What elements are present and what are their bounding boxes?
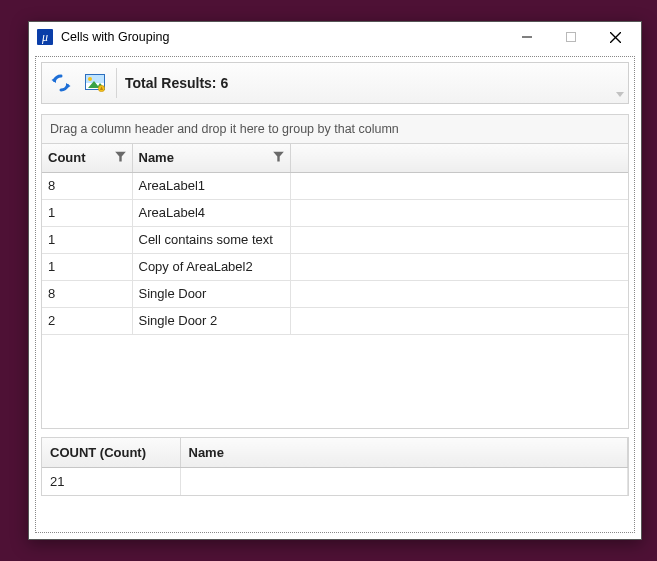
summary-count-value: 21 — [42, 468, 180, 496]
group-by-panel[interactable]: Drag a column header and drop it here to… — [41, 114, 629, 144]
grid-area: Drag a column header and drop it here to… — [41, 109, 629, 527]
window-title: Cells with Grouping — [61, 30, 505, 44]
svg-point-8 — [88, 77, 92, 81]
window-buttons — [505, 23, 637, 51]
minimize-button[interactable] — [505, 23, 549, 51]
summary-table: COUNT (Count) Name 21 — [42, 438, 628, 495]
cell-name[interactable]: Single Door 2 — [132, 307, 290, 334]
svg-marker-13 — [115, 151, 126, 161]
summary-panel: COUNT (Count) Name 21 — [41, 437, 629, 496]
table-row[interactable]: 8 AreaLabel1 — [42, 172, 628, 199]
svg-marker-5 — [66, 83, 71, 89]
toolbar: Total Results: 6 — [41, 62, 629, 104]
summary-header-name[interactable]: Name — [180, 438, 628, 468]
toolbar-separator — [116, 68, 117, 98]
table-row[interactable]: 8 Single Door — [42, 280, 628, 307]
cell-count[interactable]: 1 — [42, 199, 132, 226]
title-bar[interactable]: μ Cells with Grouping — [29, 22, 641, 52]
summary-row[interactable]: 21 — [42, 468, 628, 496]
cell-name[interactable]: AreaLabel4 — [132, 199, 290, 226]
cell-count[interactable]: 2 — [42, 307, 132, 334]
summary-header-count[interactable]: COUNT (Count) — [42, 438, 180, 468]
data-table: Count Name — [42, 144, 628, 335]
cell-spacer — [290, 307, 628, 334]
cell-name[interactable]: AreaLabel1 — [132, 172, 290, 199]
total-results-label: Total Results: 6 — [123, 75, 228, 91]
table-row[interactable]: 1 Copy of AreaLabel2 — [42, 253, 628, 280]
cell-count[interactable]: 8 — [42, 280, 132, 307]
refresh-button[interactable] — [46, 68, 76, 98]
column-header-name[interactable]: Name — [132, 144, 290, 172]
summary-name-value — [180, 468, 628, 496]
app-icon: μ — [37, 29, 53, 45]
cell-name[interactable]: Cell contains some text — [132, 226, 290, 253]
cell-spacer — [290, 253, 628, 280]
close-icon — [610, 32, 621, 43]
maximize-button[interactable] — [549, 23, 593, 51]
svg-marker-4 — [52, 77, 57, 83]
column-header-count-label: Count — [48, 150, 86, 165]
maximize-icon — [566, 32, 576, 42]
total-results-prefix: Total Results: — [125, 75, 220, 91]
svg-rect-1 — [567, 33, 576, 42]
cell-name[interactable]: Single Door — [132, 280, 290, 307]
content-area: Total Results: 6 Drag a column header an… — [35, 56, 635, 533]
cell-spacer — [290, 226, 628, 253]
column-header-spacer — [290, 144, 628, 172]
cell-spacer — [290, 199, 628, 226]
table-row[interactable]: 1 Cell contains some text — [42, 226, 628, 253]
table-row[interactable]: 2 Single Door 2 — [42, 307, 628, 334]
image-button[interactable] — [80, 68, 110, 98]
cell-name[interactable]: Copy of AreaLabel2 — [132, 253, 290, 280]
column-header-count[interactable]: Count — [42, 144, 132, 172]
filter-icon[interactable] — [273, 150, 284, 165]
toolbar-dropdown[interactable] — [616, 86, 624, 101]
chevron-down-icon — [616, 92, 624, 98]
filter-icon[interactable] — [115, 150, 126, 165]
image-icon — [85, 74, 105, 92]
svg-marker-12 — [616, 92, 624, 97]
close-button[interactable] — [593, 23, 637, 51]
column-header-name-label: Name — [139, 150, 174, 165]
data-body: 8 AreaLabel1 1 AreaLabel4 1 Cell contain… — [42, 172, 628, 334]
app-window: μ Cells with Grouping — [28, 21, 642, 540]
cell-spacer — [290, 172, 628, 199]
refresh-icon — [51, 73, 71, 93]
cell-count[interactable]: 1 — [42, 253, 132, 280]
data-grid[interactable]: Count Name — [41, 144, 629, 429]
svg-marker-14 — [273, 151, 284, 161]
table-row[interactable]: 1 AreaLabel4 — [42, 199, 628, 226]
cell-spacer — [290, 280, 628, 307]
cell-count[interactable]: 8 — [42, 172, 132, 199]
total-results-count: 6 — [220, 75, 228, 91]
cell-count[interactable]: 1 — [42, 226, 132, 253]
minimize-icon — [522, 32, 532, 42]
